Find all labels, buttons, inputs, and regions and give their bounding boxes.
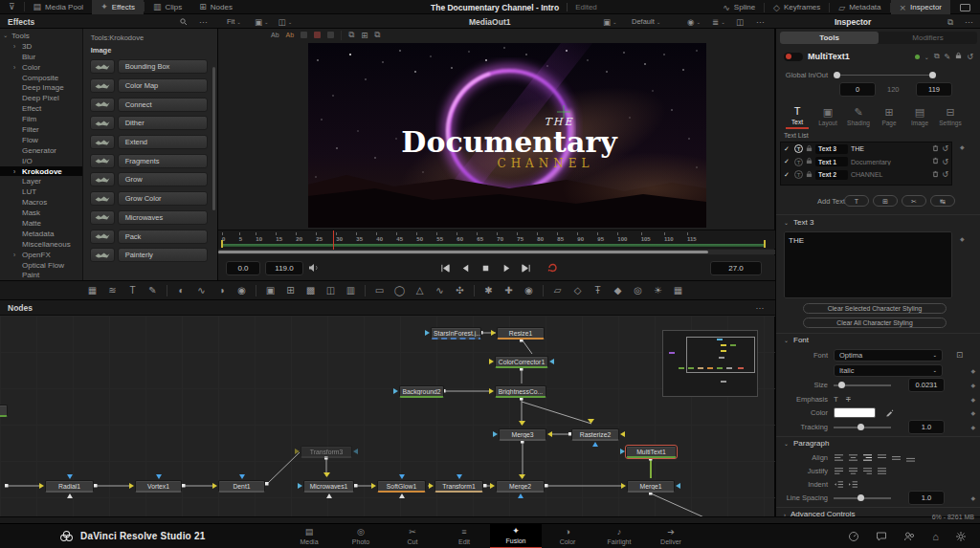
dual-monitor-icon[interactable] — [960, 4, 970, 11]
tree-item[interactable]: Film — [0, 114, 82, 124]
tab-page[interactable]: ⊞Page — [874, 106, 904, 127]
node-resize1[interactable]: Resize1 — [497, 327, 545, 340]
effects-button[interactable]: ✦Effects — [92, 0, 144, 14]
tab-text[interactable]: TText — [782, 105, 813, 129]
node-vortex1[interactable]: Vortex1 — [135, 480, 182, 493]
font-browse-icon[interactable]: ⊡ — [956, 350, 963, 360]
clips-button[interactable]: ▥Clips — [145, 0, 190, 14]
pemitter-tool-icon[interactable]: ✱ — [482, 285, 495, 296]
prender-tool-icon[interactable]: ◉ — [523, 285, 535, 296]
tools-tab[interactable]: Tools — [780, 32, 879, 44]
tool-button[interactable]: Painterly — [118, 248, 208, 262]
krokodove-tool-icon-button[interactable] — [90, 172, 115, 186]
tool-button[interactable]: Microwaves — [118, 210, 208, 225]
align-top-icon[interactable] — [877, 453, 887, 462]
global-out-field[interactable]: 119 — [916, 82, 952, 97]
go-to-end-button[interactable] — [521, 263, 531, 274]
text-list-row[interactable]: ✓ T Text 1 Documentary ↺ — [781, 156, 951, 169]
page-deliver[interactable]: ➔Deliver — [645, 524, 697, 548]
node-rasterize2[interactable]: Rasterize2 — [571, 428, 619, 441]
matte-control-tool-icon[interactable]: ▩ — [304, 285, 317, 296]
justify-last-right-icon[interactable] — [862, 467, 873, 475]
text-visibility-icon[interactable]: T — [794, 158, 803, 166]
playhead[interactable] — [333, 230, 334, 250]
nodes-options-icon[interactable]: ⋯ — [756, 303, 765, 313]
timeline-scrollbar[interactable] — [218, 250, 775, 254]
tool-button[interactable]: Pack — [118, 230, 208, 244]
tree-item[interactable]: Metadata — [0, 229, 82, 239]
trash-icon[interactable] — [932, 144, 939, 154]
shape-3d-tool-icon[interactable]: ◇ — [571, 285, 584, 296]
add-text-box-button[interactable]: ⊞ — [873, 195, 898, 207]
channel-rgb-icon[interactable] — [327, 32, 334, 38]
cut-character-button[interactable]: ✂ — [902, 195, 926, 207]
fusion-tool-icon[interactable] — [474, 285, 475, 296]
check-icon[interactable]: ✓ — [784, 158, 791, 165]
node-graph[interactable]: StarsInForest.j... Resize1 ColorCorrecto… — [0, 316, 775, 516]
node-merge2[interactable]: Merge2 — [496, 480, 545, 493]
range-out-marker[interactable] — [764, 240, 766, 248]
krokodove-tool-icon-button[interactable] — [90, 135, 115, 149]
node-merge1[interactable]: Merge1 — [627, 480, 675, 493]
text-visibility-icon[interactable]: T — [794, 144, 803, 153]
node-softglow1[interactable]: SoftGlow1 — [377, 480, 426, 493]
play-button[interactable] — [501, 263, 511, 274]
tool-button[interactable]: Extend — [118, 135, 208, 149]
reset-icon[interactable]: ↺ — [942, 170, 948, 179]
node-microwaves1[interactable]: Microwaves1 — [303, 480, 354, 493]
tree-item[interactable]: ›3D — [0, 41, 82, 52]
chat-icon[interactable] — [876, 531, 887, 542]
polygon-mask-tool-icon[interactable]: △ — [413, 285, 426, 296]
viewer-channel-dropdown[interactable]: ▣⌄ — [255, 17, 269, 27]
node-color-dot[interactable] — [915, 55, 920, 59]
text-list-row[interactable]: ✓ T Text 3 THE ↺ — [781, 142, 951, 156]
timeline-ruler[interactable]: 0510152025303540455055606570758085909510… — [218, 230, 775, 249]
tree-item[interactable]: Generator — [0, 145, 82, 156]
tool-button[interactable]: Bounding Box — [118, 59, 208, 74]
align-middle-icon[interactable] — [891, 453, 902, 462]
viewer-zoom-dropdown[interactable]: Fit⌄ — [227, 17, 241, 26]
add-character-style-button[interactable]: ↹ — [930, 195, 955, 207]
clear-all-styling-button[interactable]: Clear All Character Styling — [803, 318, 947, 328]
lock-icon[interactable] — [955, 52, 962, 61]
node-background2[interactable]: Background2 — [399, 385, 444, 398]
pmerge-tool-icon[interactable]: ✚ — [502, 285, 515, 296]
bold-emphasis-icon[interactable]: T — [834, 395, 838, 404]
viewer-lock-dropdown[interactable]: ◉⌄ — [687, 17, 701, 27]
chevron-down-icon[interactable]: ⌄ — [924, 54, 929, 60]
camera-3d-tool-icon[interactable]: ◎ — [632, 285, 644, 296]
stop-button[interactable] — [480, 263, 491, 274]
viewer-more-icon[interactable]: ⋯ — [756, 17, 765, 27]
viewer-image[interactable]: THE Documentary CHANNEL — [308, 43, 706, 228]
tree-item[interactable]: I/O — [0, 156, 82, 166]
search-icon[interactable] — [180, 18, 188, 26]
step-back-button[interactable] — [460, 263, 471, 274]
keyframe-diamond-icon[interactable]: ◆ — [970, 424, 975, 430]
align-left-icon[interactable] — [834, 453, 844, 462]
ui-layout-toggle-button[interactable]: ⊽ — [0, 0, 24, 14]
pin-icon[interactable]: ✎ — [945, 53, 951, 61]
eyedropper-icon[interactable] — [885, 407, 895, 417]
tool-button[interactable]: Dither — [118, 116, 208, 130]
page-photo[interactable]: ◎Photo — [335, 524, 387, 548]
text-visibility-icon[interactable]: T — [794, 170, 803, 179]
collaboration-icon[interactable] — [903, 531, 916, 542]
tab-layout[interactable]: ▣Layout — [813, 106, 843, 127]
size-slider[interactable] — [834, 380, 891, 390]
tree-item[interactable]: Deep Image — [0, 82, 82, 93]
check-icon[interactable]: ✓ — [784, 145, 791, 153]
media-pool-button[interactable]: ▤Media Pool — [25, 0, 93, 14]
tree-item[interactable]: ⌄Tools — [0, 31, 82, 41]
check-icon[interactable]: ✓ — [784, 171, 791, 179]
text-item-name[interactable]: Text 2 — [815, 170, 848, 180]
color-gain-tool-icon[interactable]: ◫ — [324, 285, 337, 296]
channel-alpha-icon[interactable] — [314, 32, 321, 38]
tracking-field[interactable]: 1.0 — [908, 420, 945, 434]
text-item-name[interactable]: Text 1 — [815, 157, 848, 166]
keyframe-diamond-icon[interactable]: ◆ — [960, 143, 965, 150]
node-multitext1[interactable]: MultiText1 — [626, 446, 677, 458]
tree-item[interactable]: Optical Flow — [0, 260, 82, 271]
tree-item[interactable]: Composite — [0, 73, 82, 83]
tool-list-scrollbar[interactable] — [212, 67, 215, 210]
viewer-options-dropdown[interactable]: ≣⌄ — [712, 17, 725, 27]
